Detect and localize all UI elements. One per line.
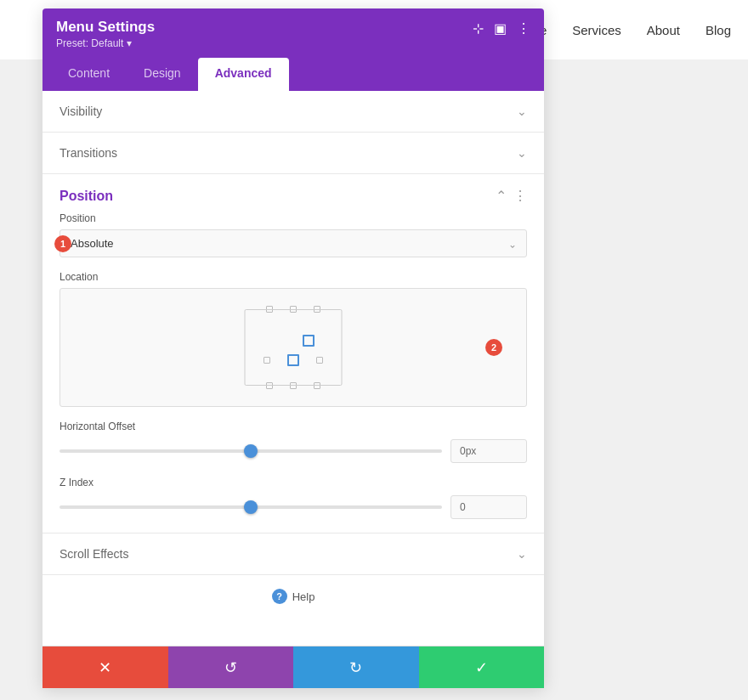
help-area: ? Help [42,575,544,618]
horizontal-offset-track[interactable] [60,449,442,453]
horizontal-offset-label: Horizontal Offset [60,421,527,432]
position-more-icon[interactable]: ⋮ [513,188,527,204]
tab-content[interactable]: Content [51,58,127,91]
panel-title: Menu Settings [56,19,155,36]
panel-body: Visibility ⌄ Transitions ⌄ Position ⌃ ⋮ … [42,91,544,646]
location-field-label: Location [42,271,544,283]
position-select-wrapper: Absolute Relative Fixed Static [60,229,527,257]
help-icon: ? [272,589,287,604]
redo-button[interactable]: ↻ [293,646,419,688]
panel-header-icons: ⊹ ▣ ⋮ [473,19,530,37]
focus-icon[interactable]: ⊹ [473,20,484,37]
z-index-label: Z Index [60,477,527,488]
transitions-section: Transitions ⌄ [42,133,544,174]
visibility-title: Visibility [60,104,102,118]
visibility-section: Visibility ⌄ [42,91,544,133]
z-index-section: Z Index 0 [42,477,544,533]
position-title: Position [60,189,113,204]
nav-services[interactable]: Services [572,23,621,37]
cancel-button[interactable]: ✕ [42,646,168,688]
visibility-chevron: ⌄ [517,104,527,118]
panel-footer: ✕ ↺ ↻ ✓ [42,646,544,688]
position-select[interactable]: Absolute Relative Fixed Static [60,229,527,257]
position-field-label: Position [42,212,544,224]
z-index-track[interactable] [60,505,442,509]
z-index-value[interactable]: 0 [450,495,527,519]
panel-preset[interactable]: Preset: Default ▾ [56,37,155,49]
horizontal-offset-section: Horizontal Offset 0px [42,421,544,477]
scroll-effects-title: Scroll Effects [60,547,128,561]
badge-2: 2 [485,339,502,356]
settings-panel: Menu Settings Preset: Default ▾ ⊹ ▣ ⋮ Co… [42,8,544,688]
position-select-row: 1 Absolute Relative Fixed Static [42,229,544,257]
location-area: 2 [42,288,544,407]
location-box[interactable]: 2 [60,288,527,407]
horizontal-offset-row: 0px [60,439,527,463]
nav-blog[interactable]: Blog [706,23,731,37]
scroll-effects-chevron: ⌄ [517,547,527,561]
layout-icon[interactable]: ▣ [494,20,507,37]
position-section: Position ⌃ ⋮ Position 1 Absolute Relativ… [42,174,544,533]
tab-advanced[interactable]: Advanced [198,58,289,91]
horizontal-offset-thumb[interactable] [244,444,258,458]
help-text[interactable]: Help [292,590,315,603]
nav-about[interactable]: About [647,23,680,37]
panel-header: Menu Settings Preset: Default ▾ ⊹ ▣ ⋮ [42,8,544,58]
position-collapse-icon[interactable]: ⌃ [496,188,507,204]
transitions-title: Transitions [60,146,117,160]
z-index-row: 0 [60,495,527,519]
more-icon[interactable]: ⋮ [517,20,530,37]
panel-tabs: Content Design Advanced [42,58,544,91]
scroll-effects-section: Scroll Effects ⌄ [42,533,544,575]
reset-button[interactable]: ↺ [168,646,294,688]
badge-1: 1 [54,235,71,252]
position-section-header: Position ⌃ ⋮ [42,174,544,212]
tab-design[interactable]: Design [127,58,198,91]
horizontal-offset-value[interactable]: 0px [450,439,527,463]
visibility-header[interactable]: Visibility ⌄ [42,91,544,132]
scroll-effects-header[interactable]: Scroll Effects ⌄ [42,533,544,574]
save-button[interactable]: ✓ [419,646,545,688]
z-index-thumb[interactable] [244,500,258,514]
transitions-chevron: ⌄ [517,146,527,160]
transitions-header[interactable]: Transitions ⌄ [42,133,544,173]
position-header-icons: ⌃ ⋮ [496,188,527,204]
